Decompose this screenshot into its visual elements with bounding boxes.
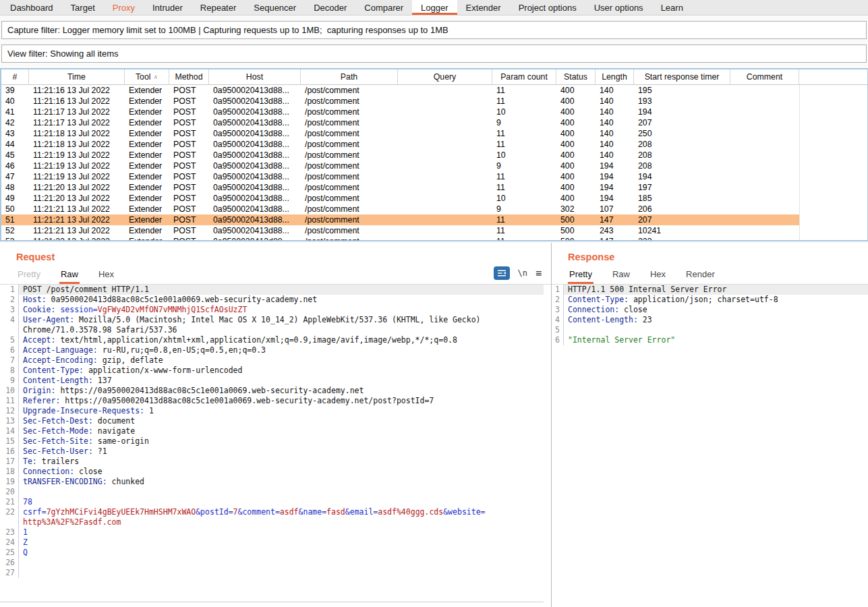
- cell: POST: [169, 107, 209, 117]
- column-header-method[interactable]: Method: [169, 69, 209, 84]
- menu-item-user-options[interactable]: User options: [585, 0, 652, 15]
- menu-item-proxy[interactable]: Proxy: [104, 0, 144, 15]
- request-tab-raw[interactable]: Raw: [59, 266, 80, 284]
- code-line[interactable]: 6Accept-Language: ru-RU,ru;q=0.8,en-US;q…: [0, 345, 544, 355]
- table-row[interactable]: 5311:21:22 13 Jul 2022ExtenderPOST0a9500…: [1, 236, 867, 240]
- code-line[interactable]: 5: [552, 325, 868, 335]
- code-line[interactable]: 15Sec-Fetch-Site: same-origin: [0, 436, 544, 446]
- response-tab-hex[interactable]: Hex: [649, 266, 667, 284]
- code-line[interactable]: 1POST /post/comment HTTP/1.1: [0, 285, 544, 295]
- cell: 0a9500020413d88...: [209, 182, 301, 193]
- response-tab-raw[interactable]: Raw: [611, 266, 631, 284]
- code-line[interactable]: 3Cookie: session=VgFWy4D2vMfON7vMNMhjQ1S…: [0, 305, 544, 315]
- table-row[interactable]: 4211:21:17 13 Jul 2022ExtenderPOST0a9500…: [1, 117, 867, 128]
- code-line[interactable]: 17Te: trailers: [0, 457, 544, 467]
- table-row[interactable]: 4311:21:18 13 Jul 2022ExtenderPOST0a9500…: [1, 128, 867, 139]
- column-header-tool[interactable]: Tool∧: [125, 69, 169, 84]
- code-line[interactable]: 22csrf=7gYzhMCiFvi4gBEyUEEk7HmHSHM7xWAO&…: [0, 507, 544, 517]
- code-line[interactable]: 5Accept: text/html,application/xhtml+xml…: [0, 335, 544, 345]
- request-tab-pretty[interactable]: Pretty: [16, 266, 42, 284]
- column-header-#[interactable]: #: [1, 69, 29, 84]
- menu-item-target[interactable]: Target: [62, 0, 104, 15]
- line-content: Content-Length: 137: [18, 376, 544, 386]
- column-header-comment[interactable]: Comment: [730, 69, 799, 84]
- code-line[interactable]: 7Accept-Encoding: gzip, deflate: [0, 355, 544, 366]
- menu-item-repeater[interactable]: Repeater: [192, 0, 245, 15]
- column-header-status[interactable]: Status: [556, 69, 596, 84]
- table-row[interactable]: 5211:21:21 13 Jul 2022ExtenderPOST0a9500…: [1, 225, 867, 236]
- code-line[interactable]: 4User-Agent: Mozilla/5.0 (Macintosh; Int…: [0, 315, 544, 325]
- code-line[interactable]: 2178: [0, 497, 544, 507]
- code-line[interactable]: 20: [0, 487, 544, 497]
- pretty-print-icon[interactable]: [494, 266, 510, 280]
- code-line[interactable]: 2Content-Type: application/json; charset…: [552, 295, 868, 305]
- column-header-start-response-timer[interactable]: Start response timer: [634, 69, 730, 84]
- code-line[interactable]: http%3A%2F%2Fasdf.com: [0, 517, 544, 527]
- view-filter-bar[interactable]: View filter: Showing all items: [1, 45, 867, 63]
- code-line[interactable]: 14Sec-Fetch-Mode: navigate: [0, 426, 544, 436]
- menu-item-dashboard[interactable]: Dashboard: [1, 0, 62, 15]
- view-filter-text: View filter: Showing all items: [7, 49, 119, 59]
- code-line[interactable]: 12Upgrade-Insecure-Requests: 1: [0, 406, 544, 416]
- cell: POST: [169, 204, 209, 214]
- newline-characters-icon[interactable]: \n: [518, 268, 527, 278]
- cell: 42: [1, 117, 29, 128]
- menu-item-project-options[interactable]: Project options: [510, 0, 585, 15]
- code-line[interactable]: 11Referer: https://0a9500020413d88ac08c5…: [0, 396, 544, 406]
- code-line[interactable]: 4Content-Length: 23: [552, 315, 868, 325]
- menu-item-extender[interactable]: Extender: [457, 0, 510, 15]
- code-line[interactable]: 2Host: 0a9500020413d88ac08c5c1e001a0069.…: [0, 295, 544, 305]
- table-row[interactable]: 4811:21:20 13 Jul 2022ExtenderPOST0a9500…: [1, 182, 867, 193]
- code-line[interactable]: 25Q: [0, 548, 544, 558]
- code-line[interactable]: 27: [0, 568, 544, 578]
- menu-item-comparer[interactable]: Comparer: [355, 0, 412, 15]
- editor-menu-icon[interactable]: ≡: [536, 267, 542, 279]
- menu-item-intruder[interactable]: Intruder: [144, 0, 192, 15]
- table-row[interactable]: 4611:21:19 13 Jul 2022ExtenderPOST0a9500…: [1, 161, 867, 171]
- code-line[interactable]: 10Origin: https://0a9500020413d88ac08c5c…: [0, 386, 544, 396]
- column-header-path[interactable]: Path: [301, 69, 398, 84]
- response-tab-render[interactable]: Render: [685, 266, 716, 284]
- line-number: 5: [0, 335, 18, 345]
- request-editor[interactable]: 1POST /post/comment HTTP/1.12Host: 0a950…: [0, 285, 544, 602]
- table-row[interactable]: 4711:21:19 13 Jul 2022ExtenderPOST0a9500…: [1, 171, 867, 182]
- table-row[interactable]: 4511:21:19 13 Jul 2022ExtenderPOST0a9500…: [1, 150, 867, 161]
- request-tab-hex[interactable]: Hex: [97, 266, 115, 284]
- response-tab-pretty[interactable]: Pretty: [568, 266, 594, 284]
- column-header-time[interactable]: Time: [29, 69, 125, 84]
- code-line[interactable]: 18Connection: close: [0, 467, 544, 477]
- code-line[interactable]: 1HTTP/1.1 500 Internal Server Error: [552, 285, 868, 295]
- column-header-host[interactable]: Host: [209, 69, 301, 84]
- cell: 500: [556, 225, 596, 236]
- response-editor[interactable]: 1HTTP/1.1 500 Internal Server Error2Cont…: [552, 285, 868, 607]
- column-header-query[interactable]: Query: [398, 69, 492, 84]
- code-line[interactable]: 19tRANSFER-ENCODING: chunked: [0, 477, 544, 487]
- code-line[interactable]: 26: [0, 558, 544, 568]
- table-row[interactable]: 4111:21:17 13 Jul 2022ExtenderPOST0a9500…: [1, 107, 867, 117]
- code-line[interactable]: 9Content-Length: 137: [0, 376, 544, 386]
- table-row[interactable]: 4011:21:16 13 Jul 2022ExtenderPOST0a9500…: [1, 96, 867, 107]
- table-row[interactable]: 4911:21:20 13 Jul 2022ExtenderPOST0a9500…: [1, 193, 867, 204]
- code-line[interactable]: 24Z: [0, 538, 544, 548]
- line-number: 20: [0, 487, 18, 497]
- column-header-param-count[interactable]: Param count: [492, 69, 556, 84]
- menu-item-learn[interactable]: Learn: [652, 0, 692, 15]
- code-line[interactable]: 13Sec-Fetch-Dest: document: [0, 416, 544, 426]
- code-line[interactable]: Chrome/71.0.3578.98 Safari/537.36: [0, 325, 544, 335]
- table-row[interactable]: 4411:21:18 13 Jul 2022ExtenderPOST0a9500…: [1, 139, 867, 150]
- cell: [730, 150, 799, 161]
- code-line[interactable]: 231: [0, 527, 544, 538]
- cell: [730, 85, 799, 96]
- menu-item-sequencer[interactable]: Sequencer: [245, 0, 305, 15]
- code-line[interactable]: 6"Internal Server Error": [552, 335, 868, 345]
- menu-item-decoder[interactable]: Decoder: [305, 0, 355, 15]
- code-line[interactable]: 8Content-Type: application/x-www-form-ur…: [0, 366, 544, 376]
- table-row[interactable]: 5011:21:21 13 Jul 2022ExtenderPOST0a9500…: [1, 204, 867, 214]
- table-row[interactable]: 3911:21:16 13 Jul 2022ExtenderPOST0a9500…: [1, 85, 867, 96]
- menu-item-logger[interactable]: Logger: [412, 0, 457, 15]
- capture-filter-bar[interactable]: Capture filter: Logger memory limit set …: [1, 21, 867, 39]
- column-header-length[interactable]: Length: [596, 69, 634, 84]
- code-line[interactable]: 16Sec-Fetch-User: ?1: [0, 446, 544, 457]
- code-line[interactable]: 3Connection: close: [552, 305, 868, 315]
- table-row[interactable]: 5111:21:21 13 Jul 2022ExtenderPOST0a9500…: [1, 214, 867, 225]
